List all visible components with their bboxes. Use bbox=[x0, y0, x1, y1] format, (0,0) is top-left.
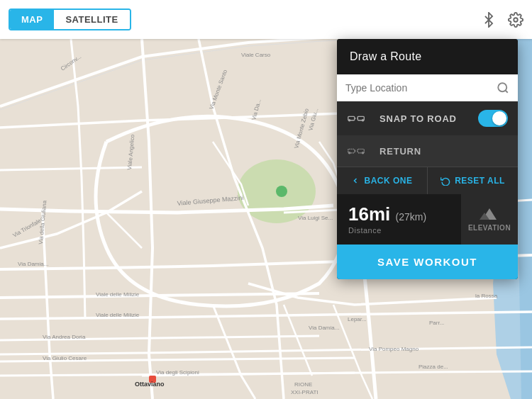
snap-to-road-icon bbox=[347, 111, 372, 125]
return-icon bbox=[347, 144, 372, 158]
back-one-button[interactable]: BACK ONE bbox=[337, 167, 427, 194]
distance-mi: 16mi bbox=[348, 203, 390, 225]
svg-point-43 bbox=[362, 152, 365, 154]
satellite-tab[interactable]: SATELLITE bbox=[54, 10, 129, 29]
svg-text:Viale delle Milizie: Viale delle Milizie bbox=[96, 291, 140, 298]
distance-box: 16mi (27km) Distance bbox=[337, 194, 461, 245]
reset-all-label: RESET ALL bbox=[455, 176, 505, 186]
svg-text:la Rossa: la Rossa bbox=[475, 293, 498, 299]
panel-title: Draw a Route bbox=[350, 50, 421, 62]
svg-text:Parr...: Parr... bbox=[429, 320, 444, 326]
svg-text:Via degli Scipioni: Via degli Scipioni bbox=[156, 369, 199, 376]
svg-point-31 bbox=[514, 18, 518, 22]
svg-text:Via Giulio Cesare: Via Giulio Cesare bbox=[43, 355, 87, 361]
svg-text:Viale Carso: Viale Carso bbox=[241, 52, 271, 58]
location-input[interactable] bbox=[345, 82, 491, 94]
distance-value: 16mi (27km) bbox=[348, 204, 450, 225]
distance-label: Distance bbox=[348, 226, 450, 235]
svg-point-2 bbox=[276, 186, 287, 197]
svg-text:Piazza de...: Piazza de... bbox=[419, 364, 448, 370]
snap-to-road-toggle[interactable] bbox=[478, 110, 508, 127]
toggle-knob bbox=[492, 111, 506, 125]
svg-point-37 bbox=[348, 119, 351, 122]
svg-line-33 bbox=[505, 90, 507, 92]
back-one-label: BACK ONE bbox=[364, 176, 412, 186]
save-workout-button[interactable]: SAVE WORKOUT bbox=[337, 245, 518, 279]
chevron-left-icon bbox=[351, 176, 360, 185]
svg-text:Via Damia...: Via Damia... bbox=[18, 261, 48, 267]
bluetooth-icon[interactable] bbox=[481, 12, 497, 28]
reset-all-button[interactable]: RESET ALL bbox=[427, 167, 518, 194]
svg-point-32 bbox=[498, 83, 506, 91]
svg-text:Ottaviano: Ottaviano bbox=[135, 381, 165, 388]
action-row: BACK ONE RESET ALL bbox=[337, 167, 518, 194]
svg-text:Via Damia...: Via Damia... bbox=[309, 325, 339, 331]
stats-row: 16mi (27km) Distance ELEVATION bbox=[337, 194, 518, 245]
gear-icon[interactable] bbox=[508, 12, 523, 28]
route-panel: Draw a Route SNAP TO ROAD RETURN bbox=[337, 39, 518, 279]
svg-text:Via Andrea Doria: Via Andrea Doria bbox=[43, 334, 86, 340]
svg-text:Via Luigi Se...: Via Luigi Se... bbox=[298, 215, 333, 221]
map-tab[interactable]: MAP bbox=[10, 10, 54, 29]
svg-text:Lepar...: Lepar... bbox=[348, 316, 367, 322]
panel-header: Draw a Route bbox=[337, 39, 518, 74]
svg-point-42 bbox=[348, 152, 351, 154]
map-satellite-toggle[interactable]: MAP SATELLITE bbox=[9, 9, 131, 30]
svg-point-38 bbox=[362, 119, 365, 122]
snap-to-road-row: SNAP TO ROAD bbox=[337, 101, 518, 135]
svg-text:Via Pompeo Magno: Via Pompeo Magno bbox=[369, 346, 419, 352]
top-bar: MAP SATELLITE bbox=[0, 0, 532, 39]
search-icon[interactable] bbox=[497, 82, 509, 94]
distance-km: (27km) bbox=[396, 211, 427, 223]
return-label: RETURN bbox=[379, 146, 421, 157]
reset-icon bbox=[440, 176, 450, 186]
snap-to-road-label: SNAP TO ROAD bbox=[379, 113, 471, 124]
svg-text:Viale delle Milizie: Viale delle Milizie bbox=[96, 312, 140, 318]
top-bar-icons bbox=[481, 12, 523, 28]
elevation-icon bbox=[479, 207, 500, 221]
return-row[interactable]: RETURN bbox=[337, 135, 518, 167]
search-row bbox=[337, 74, 518, 101]
elevation-label: ELEVATION bbox=[468, 224, 511, 232]
svg-text:RIONE: RIONE bbox=[294, 381, 312, 388]
elevation-box[interactable]: ELEVATION bbox=[461, 194, 518, 245]
svg-text:XXI-PRATI: XXI-PRATI bbox=[291, 389, 318, 395]
